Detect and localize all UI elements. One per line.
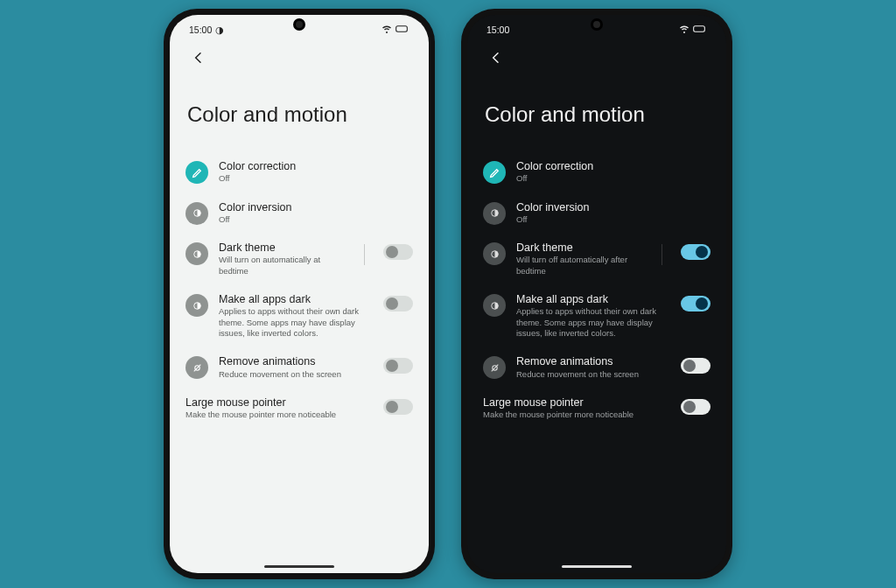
row-title: Make all apps dark (516, 292, 665, 306)
phone-dark: 15:00 Color and motion Color correction … (461, 9, 732, 579)
row-title: Color correction (219, 159, 413, 173)
color-inversion-icon (483, 202, 506, 225)
row-large-mouse-pointer[interactable]: Large mouse pointer Make the mouse point… (480, 388, 714, 429)
row-title: Dark theme (516, 241, 648, 255)
row-subtitle: Applies to apps without their own dark t… (219, 306, 368, 339)
row-title: Make all apps dark (219, 292, 368, 306)
row-subtitle: Off (516, 214, 710, 225)
dark-theme-icon (186, 242, 208, 265)
color-inversion-icon (186, 202, 208, 225)
row-title: Color inversion (219, 200, 413, 214)
row-color-correction[interactable]: Color correction Off (480, 151, 714, 192)
switch-remove-animations[interactable] (383, 358, 413, 374)
switch-remove-animations[interactable] (681, 358, 710, 374)
back-button[interactable] (187, 46, 210, 69)
row-subtitle: Off (516, 173, 710, 184)
home-indicator[interactable] (562, 565, 632, 568)
wifi-icon (382, 24, 392, 36)
row-make-all-apps-dark[interactable]: Make all apps dark Applies to apps witho… (480, 284, 714, 346)
switch-dark-theme[interactable] (681, 244, 710, 260)
row-title: Remove animations (516, 354, 665, 368)
row-title: Large mouse pointer (483, 396, 665, 410)
phone-light: 15:00 ◑ Color and motion Color correctio… (164, 9, 435, 579)
color-correction-icon (483, 161, 506, 184)
row-subtitle: Will turn on automatically at bedtime (219, 255, 351, 276)
screen-light: 15:00 ◑ Color and motion Color correctio… (170, 15, 429, 573)
battery-icon (693, 24, 707, 35)
row-title: Remove animations (219, 354, 368, 368)
color-correction-icon (186, 161, 208, 184)
back-button[interactable] (485, 46, 508, 69)
row-subtitle: Reduce movement on the screen (516, 369, 665, 380)
row-color-inversion[interactable]: Color inversion Off (480, 192, 714, 234)
row-dark-theme[interactable]: Dark theme Will turn off automatically a… (480, 233, 714, 284)
screen-dark: 15:00 Color and motion Color correction … (467, 15, 726, 573)
divider (364, 244, 365, 265)
row-subtitle: Reduce movement on the screen (219, 369, 368, 380)
row-large-mouse-pointer[interactable]: Large mouse pointer Make the mouse point… (182, 388, 416, 429)
make-dark-icon (483, 294, 506, 317)
battery-icon (396, 24, 410, 35)
row-remove-animations[interactable]: Remove animations Reduce movement on the… (480, 346, 714, 388)
switch-large-pointer[interactable] (681, 399, 710, 415)
page-title: Color and motion (187, 102, 416, 127)
switch-dark-theme[interactable] (383, 244, 413, 260)
row-subtitle: Make the mouse pointer more noticeable (483, 410, 665, 420)
switch-make-dark[interactable] (681, 296, 710, 312)
status-time: 15:00 (189, 24, 212, 35)
row-subtitle: Off (219, 173, 413, 184)
wifi-icon (679, 24, 690, 36)
remove-animations-icon (483, 356, 506, 379)
row-subtitle: Applies to apps without their own dark t… (516, 306, 665, 339)
switch-large-pointer[interactable] (383, 399, 413, 415)
page-title: Color and motion (485, 102, 714, 127)
row-remove-animations[interactable]: Remove animations Reduce movement on the… (182, 346, 416, 388)
row-color-inversion[interactable]: Color inversion Off (182, 192, 416, 234)
switch-make-dark[interactable] (383, 296, 413, 312)
dark-theme-icon (483, 242, 506, 265)
make-dark-icon (186, 294, 208, 317)
row-subtitle: Make the mouse pointer more noticeable (186, 410, 368, 420)
camera-cutout (293, 18, 305, 31)
row-subtitle: Will turn off automatically after bedtim… (516, 255, 648, 276)
row-dark-theme[interactable]: Dark theme Will turn on automatically at… (182, 233, 416, 284)
row-title: Color correction (516, 159, 710, 173)
row-make-all-apps-dark[interactable]: Make all apps dark Applies to apps witho… (182, 284, 416, 346)
dnd-icon: ◑ (215, 24, 224, 35)
svg-rect-0 (396, 26, 408, 32)
row-subtitle: Off (219, 214, 413, 225)
row-color-correction[interactable]: Color correction Off (182, 151, 416, 192)
remove-animations-icon (186, 356, 208, 379)
svg-rect-5 (694, 26, 705, 32)
divider (662, 244, 662, 265)
row-title: Color inversion (516, 200, 710, 214)
camera-cutout (591, 18, 603, 31)
row-title: Dark theme (219, 241, 351, 255)
row-title: Large mouse pointer (186, 396, 368, 410)
status-time: 15:00 (486, 24, 509, 35)
home-indicator[interactable] (264, 565, 334, 568)
